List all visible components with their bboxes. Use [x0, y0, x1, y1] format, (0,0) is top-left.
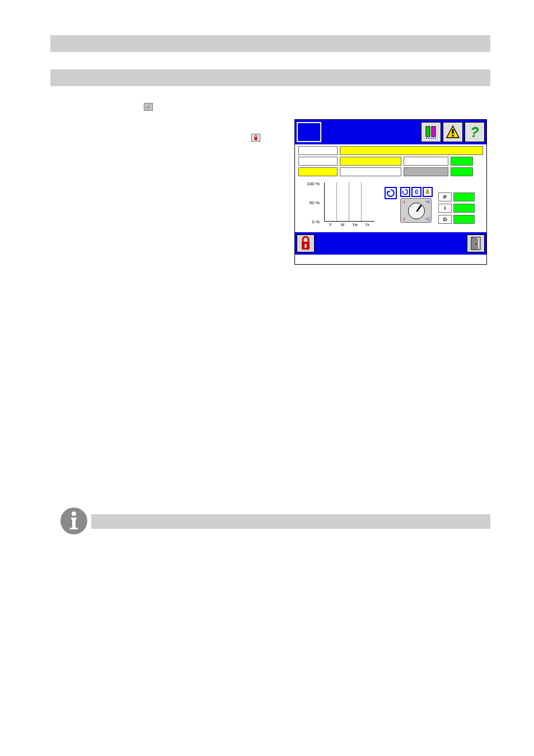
info-bar [91, 514, 490, 529]
svg-point-7 [428, 138, 429, 139]
pid-p-value[interactable] [453, 192, 475, 201]
cell-r3c2 [340, 167, 401, 176]
cell-r3c1 [298, 167, 338, 176]
mini-loop-button[interactable] [400, 187, 410, 197]
svg-rect-12 [452, 129, 454, 134]
pid-p-label: P [438, 192, 452, 201]
cell-r3c4 [451, 167, 473, 176]
zero-button[interactable]: 0 [411, 187, 421, 197]
svg-rect-23 [70, 528, 78, 529]
cell-r2c3 [404, 157, 448, 166]
x-label-0: X [324, 223, 336, 227]
cell-r3c3 [404, 167, 448, 176]
control-column: 0 -1 +1 -1 +1 [385, 181, 483, 231]
lock-inline-icon [251, 134, 260, 142]
pid-i-value[interactable] [453, 204, 475, 213]
svg-rect-13 [452, 135, 454, 137]
y-tick-100: 100 % [307, 181, 320, 186]
chart-and-controls: 100 % 50 % 0 % X W Yw Yx [298, 178, 483, 231]
y-tick-0: 0 % [312, 219, 320, 224]
cell-r2c2 [340, 157, 401, 166]
lock-button[interactable] [297, 234, 315, 252]
svg-point-19 [475, 243, 476, 245]
pid-i-label: I [438, 204, 452, 213]
data-row-1 [298, 146, 483, 155]
bar-w [337, 182, 349, 221]
cell-r1c1 [298, 146, 338, 155]
hand-button[interactable] [423, 187, 433, 197]
pid-d-label: D [438, 215, 452, 224]
x-axis-labels: X W Yw Yx [324, 223, 374, 227]
pid-d-row: D [438, 215, 477, 224]
pid-p-row: P [438, 192, 477, 201]
help-label: ? [470, 124, 479, 141]
controller-inline-icon [144, 103, 153, 111]
dial-mark-tl: -1 [402, 200, 405, 204]
svg-point-9 [433, 138, 434, 139]
svg-rect-1 [147, 106, 148, 108]
y-axis: 100 % 50 % 0 % [302, 181, 322, 224]
x-label-3: Yx [361, 223, 373, 227]
cell-r2c4 [451, 157, 473, 166]
svg-rect-5 [432, 126, 435, 137]
panel-body: 100 % 50 % 0 % X W Yw Yx [295, 144, 486, 232]
y-tick-50: 50 % [310, 200, 320, 205]
x-label-2: Yw [349, 223, 361, 227]
bar-chart: 100 % 50 % 0 % X W Yw Yx [302, 181, 380, 231]
pid-i-row: I [438, 204, 477, 213]
pid-d-value[interactable] [453, 215, 475, 224]
dial-mark-tr: +1 [425, 200, 430, 204]
bar-x [325, 182, 337, 221]
bar-yw [349, 182, 362, 221]
svg-rect-16 [305, 244, 307, 248]
svg-point-20 [72, 511, 76, 516]
warning-button[interactable] [443, 122, 463, 142]
exit-button[interactable] [467, 234, 485, 252]
svg-point-6 [426, 138, 427, 139]
plot-area [324, 182, 374, 222]
svg-rect-4 [426, 126, 430, 137]
title-slot [297, 122, 321, 142]
info-icon [60, 508, 87, 534]
section-bar-1 [50, 35, 490, 52]
dial-mark-bl: -1 [402, 217, 405, 221]
x-label-1: W [336, 223, 349, 227]
svg-rect-2 [148, 105, 150, 108]
svg-rect-22 [72, 518, 76, 528]
adjustment-dial[interactable]: -1 +1 -1 +1 [400, 198, 432, 223]
section-bar-2 [50, 69, 490, 86]
svg-marker-14 [388, 191, 390, 193]
cell-r1c2 [340, 146, 483, 155]
data-row-3 [298, 167, 483, 176]
pid-column: P I D [438, 187, 477, 231]
panel-footer [295, 232, 486, 255]
panel-titlebar: ? [295, 120, 486, 144]
svg-marker-18 [471, 237, 477, 250]
data-row-2 [298, 157, 483, 166]
svg-point-8 [430, 138, 432, 139]
svg-rect-3 [254, 137, 257, 140]
bar-yx [362, 182, 374, 221]
dial-block: 0 -1 +1 -1 +1 [400, 187, 435, 231]
controller-panel: ? 100 % 50 % 0 % [294, 119, 487, 265]
loop-button[interactable] [385, 187, 397, 199]
help-button[interactable]: ? [465, 122, 485, 142]
bars-button[interactable] [421, 122, 441, 142]
dial-mark-br: +1 [425, 217, 430, 221]
svg-point-10 [435, 138, 436, 139]
cell-r2c1 [298, 157, 338, 166]
